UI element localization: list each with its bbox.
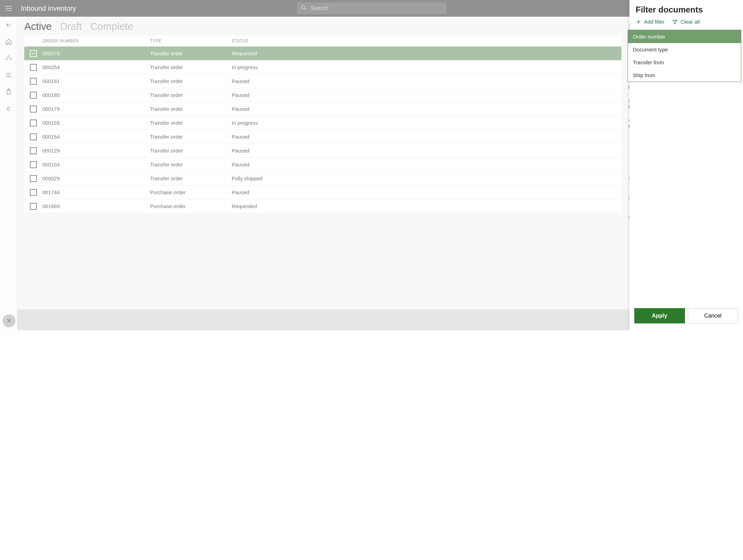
filter-dropdown: Order numberDocument typeTransfer fromSh… bbox=[628, 30, 741, 82]
filter-option[interactable]: Transfer from bbox=[628, 56, 741, 69]
app-root: 0 ActiveDraftComplete ORDER NUMBER TYPE … bbox=[0, 0, 743, 330]
cancel-button[interactable]: Cancel bbox=[688, 308, 738, 323]
apply-button[interactable]: Apply bbox=[634, 308, 685, 323]
filter-actions: Add filter Clear all bbox=[629, 19, 743, 30]
filter-option[interactable]: Order number bbox=[628, 30, 741, 43]
add-filter-label: Add filter bbox=[644, 19, 664, 25]
filter-panel-title: Filter documents bbox=[629, 0, 743, 19]
clear-all-label: Clear all bbox=[680, 19, 700, 25]
filter-option[interactable]: Ship from bbox=[628, 69, 741, 82]
add-filter-button[interactable]: Add filter bbox=[636, 19, 664, 25]
filter-footer: Apply Cancel bbox=[629, 308, 743, 330]
filter-option[interactable]: Document type bbox=[628, 43, 741, 56]
filter-panel: Filter documents Add filter Clear all Or… bbox=[629, 0, 743, 330]
clear-all-button[interactable]: Clear all bbox=[672, 19, 700, 25]
